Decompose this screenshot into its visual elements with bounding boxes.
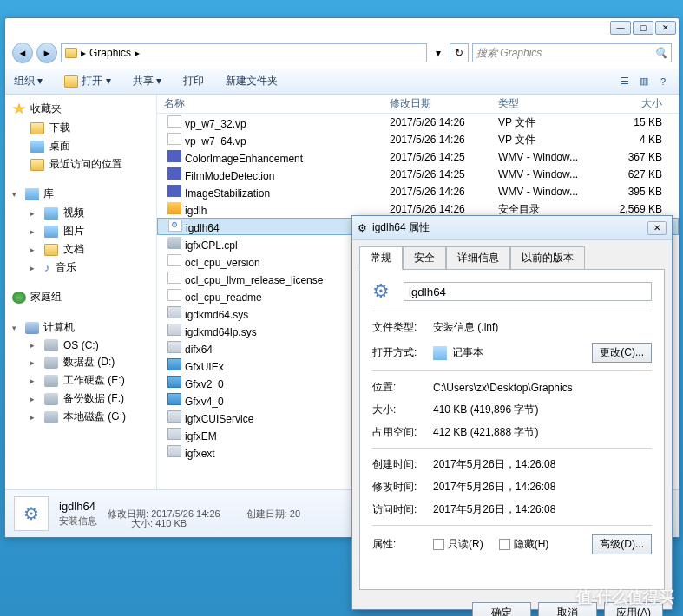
expand-icon[interactable]: ▸ (30, 227, 39, 236)
file-name: igfxCUIService (185, 413, 253, 425)
col-date[interactable]: 修改日期 (383, 96, 491, 111)
file-icon (167, 410, 181, 423)
details-file-icon: ⚙ (14, 496, 49, 531)
file-type: VP 文件 (491, 133, 600, 147)
expand-icon[interactable]: ▸ (30, 358, 39, 367)
col-name[interactable]: 名称 (157, 96, 383, 111)
file-row[interactable]: ColorImageEnhancement2017/5/26 14:25WMV … (157, 148, 679, 166)
disk-icon (44, 339, 58, 351)
col-size[interactable]: 大小 (600, 96, 669, 111)
file-row[interactable]: vp_w7_64.vp2017/5/26 14:26VP 文件4 KB (157, 131, 679, 148)
tab-general[interactable]: 常规 (359, 246, 403, 270)
expand-icon[interactable]: ▸ (30, 246, 39, 254)
details-size-label: 大小: (131, 518, 153, 528)
folder-icon (30, 122, 44, 134)
file-row[interactable]: FilmModeDetection2017/5/26 14:25WMV - Wi… (157, 166, 679, 183)
hidden-checkbox[interactable] (499, 539, 510, 550)
forward-button[interactable]: ► (36, 43, 57, 63)
print-button[interactable]: 打印 (183, 74, 204, 88)
accessed-value: 2017年5月26日，14:26:08 (433, 502, 652, 517)
properties-titlebar[interactable]: ⚙ igdlh64 属性 ✕ (352, 216, 672, 240)
nav-recent[interactable]: 最近访问的位置 (10, 155, 152, 174)
expand-icon[interactable]: ▸ (30, 395, 39, 403)
expand-icon[interactable]: ▸ (30, 264, 39, 272)
properties-close-button[interactable]: ✕ (647, 221, 667, 235)
details-filetype: 安装信息 (59, 514, 97, 528)
expand-icon[interactable]: ▸ (30, 377, 39, 385)
hidden-label: 隐藏(H) (514, 537, 549, 552)
notepad-icon (433, 346, 447, 360)
file-icon (167, 202, 181, 214)
attr-label: 属性: (372, 537, 433, 552)
organize-menu[interactable]: 组织 ▾ (14, 74, 43, 88)
nav-drive-c[interactable]: ▸OS (C:) (10, 337, 152, 353)
file-type: 安全目录 (491, 202, 600, 217)
view-icon[interactable]: ☰ (618, 75, 632, 88)
nav-drive-g[interactable]: ▸本地磁盘 (G:) (10, 408, 152, 426)
nav-music[interactable]: ▸♪音乐 (10, 259, 152, 277)
window-controls: — ▢ ✕ (610, 21, 676, 35)
file-date: 2017/5/26 14:26 (383, 203, 491, 215)
pane-icon[interactable]: ▥ (637, 75, 651, 88)
close-button[interactable]: ✕ (655, 21, 676, 35)
libraries-header[interactable]: ▾库 (10, 184, 152, 204)
nav-pictures[interactable]: ▸图片 (10, 222, 152, 240)
breadcrumb-arrow[interactable]: ▸ (135, 47, 140, 59)
document-icon (44, 244, 58, 256)
help-icon[interactable]: ? (656, 75, 670, 88)
column-headers: 名称 修改日期 类型 大小 (157, 95, 679, 114)
collapse-icon[interactable]: ▾ (12, 324, 21, 332)
filename-input[interactable] (404, 282, 652, 301)
minimize-button[interactable]: — (610, 21, 631, 35)
file-name: ocl_cpu_llvm_release_license (185, 274, 323, 286)
open-menu[interactable]: 打开 ▾ (64, 74, 110, 88)
maximize-button[interactable]: ▢ (633, 21, 653, 35)
file-size: 627 KB (600, 168, 669, 180)
col-type[interactable]: 类型 (491, 96, 600, 111)
file-icon (167, 341, 181, 353)
tab-details[interactable]: 详细信息 (446, 246, 510, 270)
nav-drive-d[interactable]: ▸数据盘 (D:) (10, 353, 152, 371)
breadcrumb-segment[interactable]: Graphics (89, 47, 131, 59)
advanced-button[interactable]: 高级(D)... (592, 534, 652, 554)
share-menu[interactable]: 共享 ▾ (133, 74, 161, 88)
modified-value: 2017年5月26日，14:26:08 (433, 480, 652, 495)
file-name: difx64 (185, 344, 213, 356)
readonly-checkbox[interactable] (433, 539, 444, 550)
file-name: Gfxv4_0 (185, 396, 224, 408)
favorites-header[interactable]: 收藏夹 (10, 99, 152, 119)
change-button[interactable]: 更改(C)... (592, 343, 652, 363)
file-row[interactable]: vp_w7_32.vp2017/5/26 14:26VP 文件15 KB (157, 114, 679, 131)
file-icon (167, 237, 181, 249)
file-name: ocl_cpu_version (185, 257, 260, 269)
new-folder-button[interactable]: 新建文件夹 (226, 74, 278, 88)
accessed-label: 访问时间: (372, 502, 433, 517)
file-name: igdlh64 (186, 222, 220, 234)
expand-icon[interactable]: ▸ (30, 413, 39, 422)
expand-icon[interactable]: ▸ (30, 209, 39, 218)
collapse-icon[interactable]: ▾ (12, 190, 21, 199)
back-button[interactable]: ◄ (12, 43, 33, 63)
nav-desktop[interactable]: 桌面 (10, 137, 152, 155)
address-bar[interactable]: ▸ Graphics ▸ (61, 43, 427, 62)
tab-security[interactable]: 安全 (403, 246, 446, 270)
search-input[interactable]: 搜索 Graphics 🔍 (472, 43, 672, 62)
computer-header[interactable]: ▾计算机 (10, 318, 152, 337)
file-type: VP 文件 (491, 115, 600, 130)
nav-downloads[interactable]: 下载 (10, 119, 152, 137)
file-size: 4 KB (600, 134, 669, 146)
nav-drive-e[interactable]: ▸工作硬盘 (E:) (10, 371, 152, 390)
tab-previous[interactable]: 以前的版本 (510, 246, 585, 270)
address-dropdown[interactable]: ▾ (430, 47, 446, 59)
homegroup-header[interactable]: 家庭组 (10, 287, 152, 307)
ok-button[interactable]: 确定 (472, 602, 531, 616)
nav-documents[interactable]: ▸文档 (10, 240, 152, 259)
refresh-button[interactable]: ↻ (450, 43, 469, 62)
nav-drive-f[interactable]: ▸备份数据 (F:) (10, 390, 152, 408)
properties-tabs: 常规 安全 详细信息 以前的版本 (352, 240, 672, 269)
gear-icon: ⚙ (358, 222, 367, 234)
nav-videos[interactable]: ▸视频 (10, 204, 152, 222)
expand-icon[interactable]: ▸ (30, 341, 39, 350)
file-row[interactable]: ImageStabilization2017/5/26 14:26WMV - W… (157, 183, 679, 200)
breadcrumb-arrow[interactable]: ▸ (81, 47, 86, 59)
